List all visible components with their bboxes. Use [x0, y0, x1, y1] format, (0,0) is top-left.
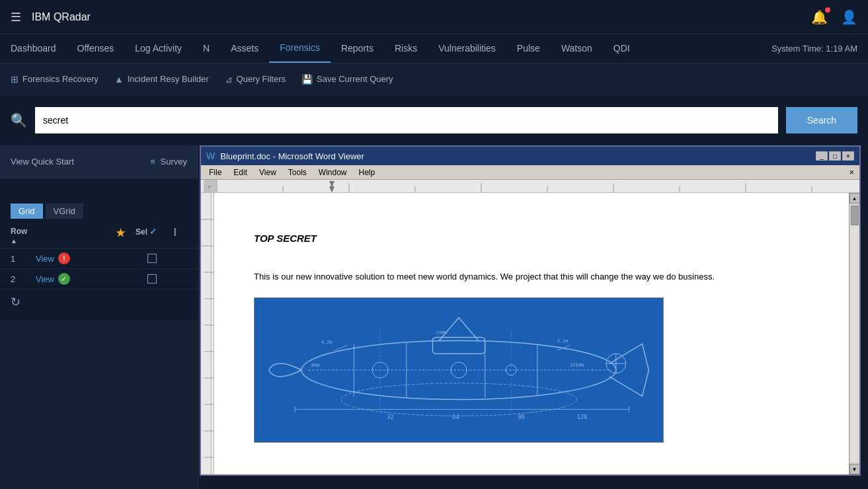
search-input[interactable] — [35, 107, 778, 133]
tab-grid[interactable]: Grid — [11, 204, 43, 219]
survey-icon: ≡ — [150, 157, 155, 167]
word-title-text: Blueprint.doc - Microsoft Word Viewer — [220, 151, 810, 161]
svg-rect-13 — [201, 193, 214, 474]
doc-spacer — [254, 213, 809, 233]
triangle-icon: ▲ — [114, 74, 124, 85]
notification-badge — [825, 7, 830, 13]
grid-icon: ⊞ — [11, 74, 19, 85]
nav-item-assets[interactable]: Assets — [220, 34, 269, 63]
nav-item-qdi[interactable]: QDI — [603, 34, 641, 63]
nav-item-dashboard[interactable]: Dashboard — [0, 34, 67, 63]
word-body: TOP SECRET This is our new innovative so… — [201, 193, 859, 474]
refresh-icon[interactable]: ↻ — [0, 289, 198, 315]
checkbox-2[interactable] — [147, 274, 157, 283]
word-menu-window[interactable]: Window — [313, 166, 352, 179]
doc-para-spacer — [254, 257, 809, 270]
svg-text:64: 64 — [452, 414, 459, 420]
view-link-1[interactable]: View — [36, 254, 54, 264]
left-filler — [0, 178, 198, 198]
nav-item-watson[interactable]: Watson — [551, 34, 603, 63]
nav-item-risks[interactable]: Risks — [384, 34, 428, 63]
blueprint-svg: 32 64 96 128 BOW STERN CONN — [255, 298, 663, 442]
word-inner-close[interactable]: × — [846, 167, 857, 177]
sub-nav-incident-label: Incident Resy Builder — [128, 74, 209, 84]
quick-start-bar: View Quick Start ≡ Survey — [0, 145, 198, 178]
top-bar-icons: 🔔 👤 — [811, 9, 857, 25]
scroll-thumb[interactable] — [851, 206, 859, 225]
search-button[interactable]: Search — [786, 107, 857, 133]
doc-heading: TOP SECRET — [254, 233, 809, 244]
cell-sel-2[interactable] — [136, 274, 169, 283]
word-menu-edit[interactable]: Edit — [228, 166, 253, 179]
table-header: Row ▲ ★ Sel ✓ | — [0, 224, 198, 248]
nav-item-pulse[interactable]: Pulse — [506, 34, 551, 63]
sub-nav-forensics-recovery[interactable]: ⊞ Forensics Recovery — [11, 74, 99, 85]
ruler-vertical — [201, 193, 214, 474]
nav-item-forensics[interactable]: Forensics — [269, 34, 331, 63]
doc-image: 32 64 96 128 BOW STERN CONN — [254, 297, 664, 443]
checkbox-1[interactable] — [147, 254, 157, 263]
svg-text:BOW: BOW — [311, 363, 320, 368]
svg-rect-0 — [217, 180, 851, 193]
nav-item-log-activity[interactable]: Log Activity — [124, 34, 192, 63]
word-title-bar: W Blueprint.doc - Microsoft Word Viewer … — [201, 147, 859, 165]
word-content: TOP SECRET This is our new innovative so… — [214, 193, 849, 474]
left-panel: View Quick Start ≡ Survey Grid VGrid Row… — [0, 145, 198, 489]
notifications-button[interactable]: 🔔 — [811, 9, 828, 25]
col-header-star: ★ — [110, 227, 130, 245]
search-magnifier-icon: 🔍 — [11, 112, 27, 128]
word-menu-help[interactable]: Help — [354, 166, 381, 179]
nav-item-reports[interactable]: Reports — [331, 34, 384, 63]
tabs-bar: Grid VGrid — [0, 198, 198, 219]
nav-item-n[interactable]: N — [192, 34, 220, 63]
view-link-2[interactable]: View — [36, 274, 54, 284]
word-menu-tools[interactable]: Tools — [283, 166, 312, 179]
scroll-down-button[interactable]: ▼ — [849, 464, 860, 474]
sub-nav-save-query[interactable]: 💾 Save Current Query — [301, 74, 393, 85]
scroll-up-button[interactable]: ▲ — [849, 193, 860, 204]
ruler-corner: ⌐ — [204, 180, 217, 192]
table-row: 2 View ✓ — [0, 269, 198, 289]
filter-icon: ⊿ — [225, 74, 233, 85]
svg-text:STERN: STERN — [570, 363, 584, 368]
word-minimize-button[interactable]: _ — [816, 151, 828, 161]
nav-item-vulnerabilities[interactable]: Vulnerabilities — [428, 34, 506, 63]
sub-nav-forensics-label: Forensics Recovery — [22, 74, 99, 84]
results-table: Row ▲ ★ Sel ✓ | 1 View ! — [0, 219, 198, 320]
word-window-buttons: _ □ × — [816, 151, 854, 161]
sub-nav-filters-label: Query Filters — [237, 74, 286, 84]
hamburger-menu[interactable]: ☰ — [11, 10, 21, 24]
word-menu-file[interactable]: File — [204, 166, 227, 179]
quick-start-label[interactable]: View Quick Start — [11, 157, 74, 167]
content-area: View Quick Start ≡ Survey Grid VGrid Row… — [0, 145, 868, 489]
cell-row-1: 1 — [11, 254, 30, 264]
cell-sel-1[interactable] — [136, 254, 169, 263]
word-scrollbar[interactable]: ▲ ▼ — [849, 193, 859, 474]
save-icon: 💾 — [301, 74, 313, 85]
system-time: System Time: 1:19 AM — [771, 44, 868, 54]
cell-main-1: View ! — [36, 252, 105, 264]
nav-menu: Dashboard Offenses Log Activity N Assets… — [0, 34, 868, 63]
user-icon[interactable]: 👤 — [841, 9, 857, 25]
ruler-svg — [217, 180, 851, 193]
doc-paragraph: This is our new innovative solution to m… — [254, 270, 809, 284]
app-title: IBM QRadar — [32, 11, 811, 23]
word-maximize-button[interactable]: □ — [829, 151, 841, 161]
cell-main-2: View ✓ — [36, 273, 105, 285]
sub-nav-query-filters[interactable]: ⊿ Query Filters — [225, 74, 286, 85]
ruler-corner-icon: ⌐ — [208, 183, 212, 190]
ruler-content — [217, 180, 857, 193]
sub-nav-save-label: Save Current Query — [317, 74, 393, 84]
top-bar: ☰ IBM QRadar 🔔 👤 — [0, 0, 868, 34]
col-header-extra: | — [174, 227, 187, 245]
word-menu-view[interactable]: View — [254, 166, 282, 179]
svg-text:CONN: CONN — [436, 330, 447, 335]
vertical-ruler-svg — [201, 193, 214, 474]
svg-text:128: 128 — [576, 414, 587, 420]
survey-label[interactable]: ≡ Survey — [150, 157, 187, 167]
svg-text:2.1m: 2.1m — [557, 338, 569, 344]
tab-vgrid[interactable]: VGrid — [46, 204, 83, 219]
sub-nav-incident-builder[interactable]: ▲ Incident Resy Builder — [114, 74, 209, 85]
word-close-button[interactable]: × — [842, 151, 854, 161]
nav-item-offenses[interactable]: Offenses — [67, 34, 125, 63]
